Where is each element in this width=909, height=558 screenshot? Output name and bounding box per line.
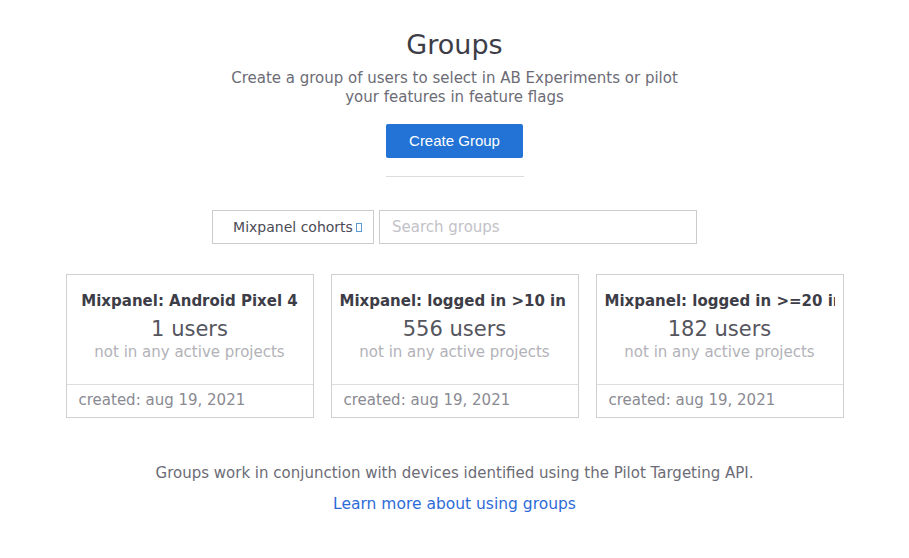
group-card-user-count: 1 users — [75, 317, 305, 341]
group-card-body: Mixpanel: logged in >10 in last 30 ... 5… — [332, 275, 578, 384]
group-card-created-date: created: aug 19, 2021 — [332, 384, 578, 417]
dropdown-box-icon — [356, 223, 362, 232]
pilot-api-info-text: Groups work in conjunction with devices … — [0, 464, 909, 482]
search-groups-input[interactable] — [379, 210, 697, 244]
group-card-project-note: not in any active projects — [605, 343, 835, 361]
group-card[interactable]: Mixpanel: Android Pixel 4 1 users not in… — [66, 274, 314, 418]
group-card-created-date: created: aug 19, 2021 — [597, 384, 843, 417]
group-card-title: Mixpanel: logged in >10 in last 30 ... — [340, 292, 570, 310]
group-card-title: Mixpanel: logged in >=20 in last 30... — [605, 292, 835, 310]
group-card-user-count: 182 users — [605, 317, 835, 341]
group-card[interactable]: Mixpanel: logged in >=20 in last 30... 1… — [596, 274, 844, 418]
page-title: Groups — [0, 28, 909, 62]
group-card-user-count: 556 users — [340, 317, 570, 341]
group-card-created-date: created: aug 19, 2021 — [67, 384, 313, 417]
group-card-title: Mixpanel: Android Pixel 4 — [75, 292, 305, 310]
cohort-source-selected-value: Mixpanel cohorts — [233, 219, 353, 235]
group-card-project-note: not in any active projects — [75, 343, 305, 361]
group-card-body: Mixpanel: logged in >=20 in last 30... 1… — [597, 275, 843, 384]
group-card-body: Mixpanel: Android Pixel 4 1 users not in… — [67, 275, 313, 384]
cohort-source-dropdown[interactable]: Mixpanel cohorts — [212, 210, 374, 244]
group-card-project-note: not in any active projects — [340, 343, 570, 361]
filter-row: Mixpanel cohorts — [0, 210, 909, 244]
group-card[interactable]: Mixpanel: logged in >10 in last 30 ... 5… — [331, 274, 579, 418]
learn-more-link[interactable]: Learn more about using groups — [333, 495, 576, 513]
page-subtitle: Create a group of users to select in AB … — [230, 69, 680, 107]
group-cards-row: Mixpanel: Android Pixel 4 1 users not in… — [0, 274, 909, 418]
section-divider — [386, 176, 524, 177]
groups-page: Groups Create a group of users to select… — [0, 0, 909, 558]
create-group-button[interactable]: Create Group — [386, 124, 523, 158]
